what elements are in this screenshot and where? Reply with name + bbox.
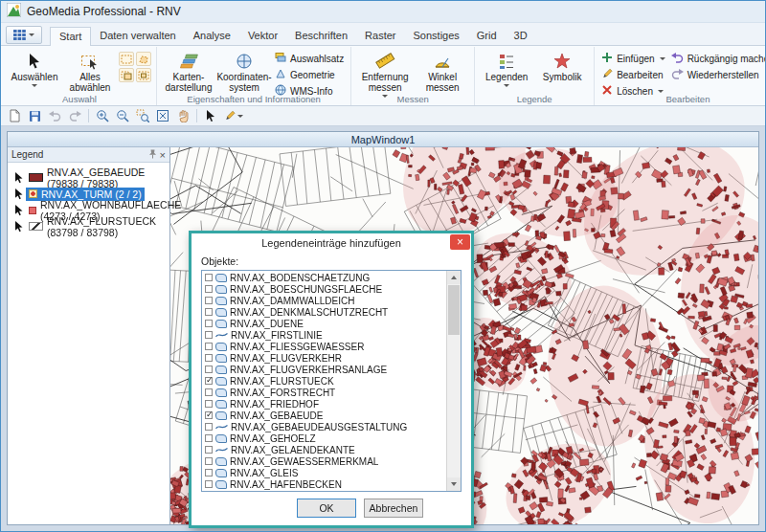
zoom-window-button[interactable] [134, 108, 151, 124]
checkbox[interactable] [205, 411, 213, 419]
select-rectangle-tool-button[interactable] [119, 52, 134, 66]
close-icon[interactable] [160, 149, 166, 161]
dialog-list-item[interactable]: RNV.AX_DENKMALSCHUTZRECHT [203, 306, 445, 318]
dialog-list-item[interactable]: RNV.AX_FLUGVERKEHR [203, 352, 445, 364]
ok-button[interactable]: OK [297, 499, 356, 518]
scroll-down-button[interactable] [447, 477, 461, 491]
zoom-out-button[interactable] [114, 108, 131, 124]
checkbox[interactable] [205, 274, 213, 281]
legend-item[interactable]: RNV.AX_GEBAEUDE (79838 / 79838) [8, 169, 169, 186]
scroll-up-button[interactable] [447, 271, 461, 284]
ribbon-tab[interactable]: Sonstiges [405, 27, 468, 45]
checkbox[interactable] [205, 434, 213, 442]
checkbox[interactable] [205, 320, 213, 327]
checkbox[interactable] [205, 343, 213, 350]
ribbon-tab[interactable]: Grid [468, 27, 506, 45]
save-button[interactable] [26, 108, 43, 124]
ribbon-tab[interactable]: Start [50, 27, 91, 46]
select-overlap-tool-button[interactable] [119, 68, 134, 82]
new-document-button[interactable] [6, 108, 23, 124]
checkbox[interactable] [205, 354, 213, 362]
ribbon-tab[interactable]: Vektor [239, 27, 286, 45]
checkbox[interactable] [205, 331, 213, 339]
edit-pencil-button[interactable] [222, 108, 245, 124]
dialog-list-item[interactable]: RNV.AX_GEBAEUDE [203, 410, 445, 421]
line-feature-icon [215, 446, 228, 454]
dialog-list-item[interactable]: RNV.AX_GLEIS [203, 467, 445, 478]
dialog-list-item[interactable]: RNV.AX_FLUGVERKEHRSANLAGE [203, 364, 445, 375]
ribbon-group-auswahl: Auswählen Alles abwählen Auswahl [3, 47, 157, 105]
add-legend-entries-dialog: Legendeneinträge hinzufügen Objekte: RNV… [189, 231, 474, 528]
dialog-list-item[interactable]: RNV.AX_FLURSTUECK [203, 375, 445, 387]
insert-plus-icon [601, 52, 613, 65]
dialog-list-item[interactable]: RNV.AX_FORSTRECHT [203, 387, 445, 398]
ribbon-group-eigenschaften: Karten- darstellung Koordinaten- system … [157, 47, 351, 105]
ribbon-tab[interactable]: Daten verwalten [91, 27, 185, 45]
select-polygon-tool-button[interactable] [136, 52, 151, 66]
dialog-list-item[interactable]: RNV.AX_HAFENBECKEN [203, 478, 445, 490]
bearbeiten-button[interactable]: Bearbeiten [599, 68, 666, 81]
map-window-titlebar[interactable]: MapWindow1 [8, 132, 758, 147]
checkbox[interactable] [205, 377, 213, 385]
dialog-list-item[interactable]: RNV.AX_DUENE [203, 318, 445, 329]
dialog-list-item[interactable]: RNV.AX_FIRSTLINIE [203, 329, 445, 341]
symbolik-button[interactable]: Symbolik [535, 49, 589, 84]
pan-hand-button[interactable] [174, 108, 192, 124]
cancel-button[interactable]: Abbrechen [364, 499, 423, 518]
dialog-item-label: RNV.AX_GELAENDEKANTE [231, 445, 355, 455]
koordinatensystem-button[interactable]: Koordinaten- system [217, 49, 271, 95]
legend-panel-header: Legend [8, 147, 169, 163]
select-inside-tool-button[interactable] [136, 68, 151, 82]
dialog-list-item[interactable]: RNV.AX_DAMMWALLDEICH [203, 295, 445, 306]
zoom-in-button[interactable] [94, 108, 111, 124]
zoom-fit-button[interactable] [154, 108, 171, 124]
checkbox[interactable] [205, 423, 213, 431]
kartendarstellung-button[interactable]: Karten- darstellung [162, 49, 215, 95]
dialog-list-item[interactable]: RNV.AX_GEBAEUDEAUSGESTALTUNG [203, 421, 445, 432]
tab-label: Grid [477, 30, 497, 41]
checkbox[interactable] [205, 480, 213, 488]
ribbon-tab[interactable]: Beschriften [286, 27, 356, 45]
checkbox[interactable] [205, 366, 213, 373]
application-menu-button[interactable] [6, 26, 42, 44]
legend-item[interactable]: RNV.AX_FLURSTUECK (83798 / 83798) [8, 218, 169, 234]
winkel-messen-button[interactable]: Winkel messen [416, 49, 469, 95]
dialog-list-item[interactable]: RNV.AX_GELAENDEKANTE [203, 444, 445, 455]
entfernung-messen-button[interactable]: Entfernung messen [356, 49, 414, 100]
geometrie-button[interactable]: Geometrie [273, 68, 346, 81]
checkbox[interactable] [205, 469, 213, 477]
checkbox[interactable] [205, 457, 213, 465]
dialog-list-item[interactable]: RNV.AX_FLIESSGEWAESSER [203, 341, 445, 352]
vertical-scrollbar[interactable] [446, 271, 461, 491]
auswaehlen-button[interactable]: Auswählen [8, 49, 61, 89]
ribbon-tab[interactable]: Analyse [185, 27, 239, 45]
rueckgaengig-button[interactable]: Rückgängig machen [669, 52, 766, 65]
pin-icon[interactable] [148, 149, 157, 161]
dialog-list-item[interactable]: RNV.AX_GEHOELZ [203, 432, 445, 444]
scrollbar-thumb[interactable] [448, 285, 460, 335]
dialog-list-item[interactable]: RNV.AX_BOESCHUNGSFLAECHE [203, 283, 445, 295]
redo-button[interactable] [66, 108, 83, 124]
checkbox[interactable] [205, 308, 213, 316]
dialog-close-button[interactable] [450, 234, 470, 250]
checkbox[interactable] [205, 285, 213, 293]
wiederherstellen-button[interactable]: Wiederherstellen [669, 68, 766, 81]
dialog-item-label: RNV.AX_GEBAEUDE [230, 410, 323, 421]
checkbox[interactable] [205, 297, 213, 304]
map-window-title: MapWindow1 [351, 134, 416, 145]
dialog-list-item[interactable]: RNV.AX_FRIEDHOF [203, 398, 445, 410]
checkbox[interactable] [205, 446, 213, 454]
dialog-list-item[interactable]: RNV.AX_GEWAESSERMERKMAL [203, 455, 445, 467]
einfuegen-button[interactable]: Einfügen [599, 52, 666, 65]
ribbon-tab[interactable]: 3D [506, 27, 536, 45]
legend-item-label: RNV.AX_FLURSTUECK (83798 / 83798) [47, 215, 167, 238]
dialog-list-item[interactable]: RNV.AX_BODENSCHAETZUNG [203, 272, 445, 283]
legenden-button[interactable]: Legenden [480, 49, 533, 89]
auswahlsatz-button[interactable]: Auswahlsatz [273, 52, 346, 65]
select-tool-button[interactable] [202, 108, 219, 124]
checkbox[interactable] [205, 400, 213, 408]
undo-button[interactable] [46, 108, 63, 124]
alles-abwaehlen-button[interactable]: Alles abwählen [63, 49, 117, 95]
ribbon-tab[interactable]: Raster [356, 27, 404, 45]
checkbox[interactable] [205, 388, 213, 396]
